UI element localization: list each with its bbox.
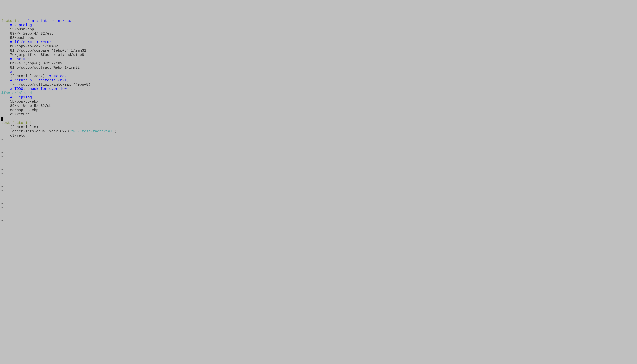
empty-line-tilde: ~ [1, 142, 636, 146]
comment: # return n * factorial(n-1) [10, 78, 69, 82]
code-line: # [1, 70, 636, 74]
code: (factorial 5) [10, 125, 38, 129]
indent [1, 40, 10, 44]
indent [1, 28, 10, 32]
code-line: # . prolog [1, 23, 636, 28]
empty-line-tilde: ~ [1, 214, 636, 218]
comment: # [10, 70, 12, 74]
code-line: 5d/pop-to-ebp [1, 108, 636, 112]
code-line: # return n * factorial(n-1) [1, 78, 636, 83]
code: c3/return [10, 112, 30, 116]
code: 81 7/subop/compare *(ebp+8) 1/imm32 [10, 49, 86, 53]
code: 89/<- %esp 5/r32/ebp [10, 104, 54, 108]
empty-line-tilde: ~ [1, 202, 636, 206]
cursor-line [1, 117, 636, 121]
code: ) [114, 130, 117, 134]
indent [1, 96, 10, 100]
comment: # ebx = n-1 [10, 57, 34, 61]
function-label: test-factorial [1, 121, 32, 125]
code-line: 7e/jump-if-<= $factorial:end/disp8 [1, 53, 636, 57]
code: (factorial %ebx) [10, 74, 49, 78]
indent [1, 57, 10, 61]
comment: # n : int -> int/eax [23, 19, 71, 23]
comment: # if (n <= 1) return 1 [10, 40, 58, 44]
code: 81 5/subop/subtract %ebx 1/imm32 [10, 66, 80, 70]
code: 5d/pop-to-ebp [10, 108, 38, 112]
colon: : [21, 19, 23, 23]
code-line: c3/return [1, 112, 636, 117]
code: 5b/pop-to-ebx [10, 100, 38, 104]
editor-viewport[interactable]: factorial: # n : int -> int/eax # . prol… [1, 19, 636, 223]
code-line: 8b/-> *(ebp+8) 3/r32/ebx [1, 62, 636, 66]
code: c3/return [10, 134, 30, 138]
indent [1, 49, 10, 53]
indent [1, 100, 10, 104]
code-line: factorial: # n : int -> int/eax [1, 19, 636, 23]
code-line: (factorial %ebx) # => eax [1, 74, 636, 78]
code-line: (check-ints-equal %eax 0x78 "F - test-fa… [1, 130, 636, 134]
comment: # => eax [49, 74, 67, 78]
code-line: 89/<- %esp 5/r32/ebp [1, 104, 636, 108]
code-line: 81 5/subop/subtract %ebx 1/imm32 [1, 66, 636, 70]
empty-line-tilde: ~ [1, 193, 636, 197]
empty-line-tilde: ~ [1, 176, 636, 180]
empty-line-tilde: ~ [1, 151, 636, 155]
empty-line-tilde: ~ [1, 138, 636, 142]
empty-line-tilde: ~ [1, 197, 636, 202]
code-line: 81 7/subop/compare *(ebp+8) 1/imm32 [1, 49, 636, 53]
colon: : [32, 91, 34, 95]
indent [1, 125, 10, 129]
code: (check-ints-equal %eax 0x78 [10, 130, 71, 134]
comment: # . prolog [10, 23, 32, 27]
code: 7e/jump-if-<= $factorial:end/disp8 [10, 53, 84, 57]
code: 55/push-ebp [10, 28, 34, 32]
code: 89/<- %ebp 4/r32/esp [10, 32, 54, 36]
code-line: # if (n <= 1) return 1 [1, 40, 636, 44]
code-line: # . epilog [1, 96, 636, 100]
indent [1, 44, 10, 48]
code-line: test-factorial: [1, 121, 636, 125]
indent [1, 32, 10, 36]
empty-line-tilde: ~ [1, 172, 636, 176]
indent [1, 66, 10, 70]
empty-line-tilde: ~ [1, 159, 636, 164]
indent [1, 134, 10, 138]
indent [1, 74, 10, 78]
code-line: 5b/pop-to-ebx [1, 100, 636, 104]
empty-line-tilde: ~ [1, 218, 636, 223]
code-line: 55/push-ebp [1, 28, 636, 32]
empty-line-tilde: ~ [1, 184, 636, 189]
code: b8/copy-to-eax 1/imm32 [10, 44, 58, 48]
code-line: 89/<- %ebp 4/r32/esp [1, 32, 636, 36]
string-literal: "F - test-factorial" [71, 130, 114, 134]
empty-line-tilde: ~ [1, 155, 636, 159]
code-line: f7 4/subop/multiply-into-eax *(ebp+8) [1, 83, 636, 87]
colon: : [32, 121, 34, 125]
indent [1, 112, 10, 116]
empty-line-tilde: ~ [1, 146, 636, 151]
comment: # TODO: check for overflow [10, 87, 67, 91]
indent [1, 78, 10, 82]
empty-line-tilde: ~ [1, 189, 636, 193]
code-line: # TODO: check for overflow [1, 87, 636, 91]
indent [1, 104, 10, 108]
code-line: 53/push-ebx [1, 36, 636, 40]
code-line: c3/return [1, 134, 636, 138]
empty-line-tilde: ~ [1, 206, 636, 210]
indent [1, 87, 10, 91]
code-line: b8/copy-to-eax 1/imm32 [1, 44, 636, 49]
empty-line-tilde: ~ [1, 210, 636, 214]
indent [1, 36, 10, 40]
indent [1, 108, 10, 112]
code-line: # ebx = n-1 [1, 57, 636, 62]
code: 53/push-ebx [10, 36, 34, 40]
comment: # . epilog [10, 96, 32, 100]
indent [1, 130, 10, 134]
indent [1, 83, 10, 87]
function-label: factorial [1, 19, 21, 23]
code: 8b/-> *(ebp+8) 3/r32/ebx [10, 62, 62, 66]
code-line: (factorial 5) [1, 125, 636, 130]
code-line: $factorial:end: [1, 91, 636, 96]
indent [1, 70, 10, 74]
cursor-block [1, 117, 3, 121]
